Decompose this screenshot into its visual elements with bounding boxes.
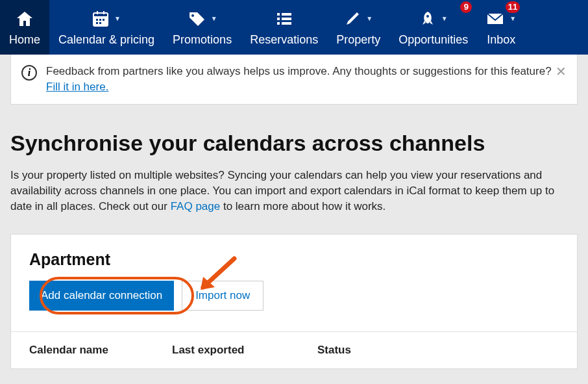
nav-inbox[interactable]: 11 ▼ Inbox xyxy=(477,0,525,55)
svg-point-10 xyxy=(191,14,194,17)
col-last-exported: Last exported xyxy=(172,344,317,357)
svg-rect-7 xyxy=(99,22,101,24)
sync-card: Apartment Add calendar connection Import… xyxy=(10,234,578,369)
nav-home[interactable]: Home xyxy=(0,0,49,55)
chevron-down-icon: ▼ xyxy=(211,15,217,22)
top-nav: Home ▼ Calendar & pricing ▼ Promotions R… xyxy=(0,0,588,55)
svg-rect-13 xyxy=(277,18,280,20)
faq-link[interactable]: FAQ page xyxy=(171,200,221,212)
banner-link[interactable]: Fill it in here. xyxy=(46,81,108,93)
nav-label: Promotions xyxy=(173,33,232,47)
page-title: Synchronise your calendars across channe… xyxy=(10,131,578,156)
info-icon: i xyxy=(21,65,37,81)
page-description: Is your property listed on multiple webs… xyxy=(10,168,578,214)
svg-rect-3 xyxy=(96,19,98,21)
nav-property[interactable]: ▼ Property xyxy=(327,0,389,55)
calendar-icon xyxy=(92,10,109,27)
close-icon[interactable]: ✕ xyxy=(556,64,567,79)
chevron-down-icon: ▼ xyxy=(441,15,448,22)
svg-rect-5 xyxy=(103,19,104,21)
nav-opportunities[interactable]: 9 ▼ Opportunities xyxy=(389,0,477,55)
import-now-button[interactable]: Import now xyxy=(182,281,263,311)
pencil-icon xyxy=(344,10,361,27)
desc-text-2: to learn more about how it works. xyxy=(220,200,386,212)
nav-label: Home xyxy=(9,33,40,47)
banner-text: Feedback from partners like you always h… xyxy=(46,64,567,95)
col-status: Status xyxy=(317,344,559,357)
notification-badge: 9 xyxy=(460,1,472,13)
svg-rect-16 xyxy=(282,22,291,25)
nav-label: Inbox xyxy=(487,33,515,47)
svg-rect-9 xyxy=(103,11,104,14)
home-icon xyxy=(16,10,34,27)
chevron-down-icon: ▼ xyxy=(114,15,121,22)
col-calendar-name: Calendar name xyxy=(29,344,172,357)
table-header: Calendar name Last exported Status xyxy=(11,331,577,368)
nav-promotions[interactable]: ▼ Promotions xyxy=(164,0,241,55)
envelope-icon xyxy=(486,12,504,26)
svg-point-17 xyxy=(426,15,429,18)
page-content: i Feedback from partners like you always… xyxy=(0,55,588,369)
feedback-banner: i Feedback from partners like you always… xyxy=(10,55,578,105)
svg-rect-12 xyxy=(282,13,291,16)
rocket-icon xyxy=(419,10,436,27)
nav-label: Calendar & pricing xyxy=(58,33,154,47)
svg-rect-11 xyxy=(277,13,280,16)
svg-rect-8 xyxy=(97,11,98,14)
tag-icon xyxy=(188,10,206,27)
svg-rect-14 xyxy=(282,18,291,20)
chevron-down-icon: ▼ xyxy=(509,15,516,22)
svg-rect-6 xyxy=(96,22,98,24)
nav-calendar[interactable]: ▼ Calendar & pricing xyxy=(49,0,164,55)
svg-rect-4 xyxy=(99,19,101,21)
nav-label: Property xyxy=(336,33,380,47)
card-title: Apartment xyxy=(29,250,559,269)
notification-badge: 11 xyxy=(506,1,520,13)
add-calendar-button[interactable]: Add calendar connection xyxy=(29,281,174,311)
chevron-down-icon: ▼ xyxy=(366,15,373,22)
nav-reservations[interactable]: Reservations xyxy=(241,0,327,55)
nav-label: Reservations xyxy=(250,33,318,47)
nav-label: Opportunities xyxy=(398,33,468,47)
banner-message: Feedback from partners like you always h… xyxy=(46,65,552,77)
list-icon xyxy=(276,11,293,27)
svg-rect-15 xyxy=(277,22,280,25)
